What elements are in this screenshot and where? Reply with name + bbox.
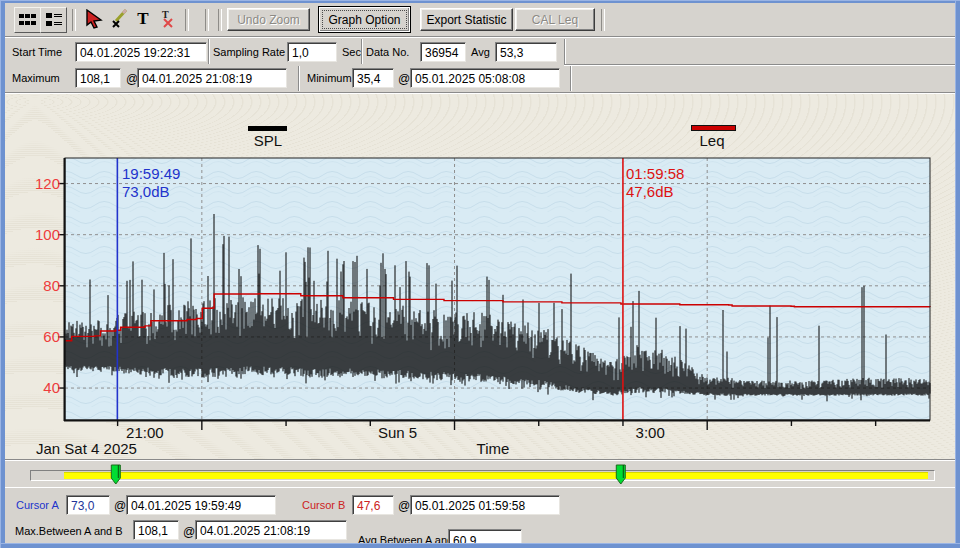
pencil-delete-icon xyxy=(110,9,130,29)
minimum-time-field[interactable] xyxy=(410,68,560,88)
export-statistic-button[interactable]: Export Statistic xyxy=(420,8,513,31)
divider xyxy=(298,66,300,91)
pencil-delete-tool-button[interactable] xyxy=(109,8,131,30)
pointer-tool-button[interactable] xyxy=(83,8,105,30)
graph-option-button[interactable]: Graph Option xyxy=(318,6,411,33)
divider xyxy=(564,64,960,66)
date-label: Jan Sat 4 2025 xyxy=(36,440,137,457)
cursor-b-time-field[interactable] xyxy=(410,495,560,515)
cursor-b-readout: 01:59:58 47,6dB xyxy=(626,165,684,201)
chart-plot[interactable] xyxy=(57,152,949,452)
cursor-a-readout: 19:59:49 73,0dB xyxy=(122,165,180,201)
undo-zoom-button[interactable]: Undo Zoom xyxy=(227,8,310,31)
results-panel: Cursor A @ Cursor B @ Max.Between A and … xyxy=(0,487,960,548)
at-symbol: @ xyxy=(114,499,126,513)
y-tick-label: 40 xyxy=(18,379,60,396)
leq-legend-label: Leq xyxy=(686,132,738,149)
toolbar-separator xyxy=(205,9,209,31)
cursor-a-time-field[interactable] xyxy=(126,495,276,515)
at-symbol: @ xyxy=(183,525,195,539)
sampling-rate-label: Sampling Rate xyxy=(213,46,285,58)
sampling-rate-unit: Sec xyxy=(342,46,361,58)
avg-label: Avg xyxy=(471,46,490,58)
slider-handle-a[interactable] xyxy=(111,465,120,484)
window-border-top xyxy=(0,0,960,3)
cursor-arrow-icon xyxy=(84,9,104,29)
info-panel: Start Time Sampling Rate Sec Data No. Av… xyxy=(0,37,960,94)
x-tick-label: 21:00 xyxy=(100,424,190,441)
cursor-a-value-field[interactable] xyxy=(66,495,110,515)
max-between-time-field[interactable] xyxy=(195,520,347,540)
window-border-bottom xyxy=(0,543,960,548)
y-tick-label: 60 xyxy=(18,328,60,345)
window-border-left xyxy=(0,0,5,548)
data-no-label: Data No. xyxy=(366,46,409,58)
toolbar-separator xyxy=(218,9,222,31)
start-time-field[interactable] xyxy=(75,42,207,62)
divider xyxy=(361,39,363,64)
slider-handle-b[interactable] xyxy=(616,465,625,484)
leq-legend-swatch xyxy=(691,125,736,131)
max-between-label: Max.Between A and B xyxy=(15,525,123,537)
toolbar-separator xyxy=(72,9,76,31)
minimum-value-field[interactable] xyxy=(352,68,394,88)
divider xyxy=(564,39,566,64)
cursor-a-label: Cursor A xyxy=(16,499,59,511)
x-axis-title: Time xyxy=(463,440,523,457)
tile-windows-icon xyxy=(19,13,37,27)
data-no-field[interactable] xyxy=(420,42,466,62)
maximum-time-field[interactable] xyxy=(137,68,287,88)
range-slider-zone xyxy=(0,459,960,488)
cal-leq-button[interactable]: CAL Leq xyxy=(515,8,595,31)
text-delete-icon: T xyxy=(157,9,177,29)
maximum-label: Maximum xyxy=(12,72,60,84)
slider-handles[interactable] xyxy=(0,460,960,488)
x-tick-label: Sun 5 xyxy=(353,424,443,441)
svg-text:T: T xyxy=(162,9,169,20)
at-symbol: @ xyxy=(398,499,410,513)
start-time-label: Start Time xyxy=(12,46,62,58)
view-summary-button[interactable] xyxy=(14,7,41,33)
focus-rectangle xyxy=(322,10,407,29)
minimum-label: Minimum xyxy=(307,72,352,84)
spl-legend-label: SPL xyxy=(242,132,294,149)
toolbar-separator xyxy=(601,9,605,31)
spl-legend-swatch xyxy=(248,126,287,131)
sampling-rate-field[interactable] xyxy=(287,42,337,62)
divider xyxy=(570,66,572,91)
list-view-icon xyxy=(45,12,63,28)
cursor-a-time: 19:59:49 xyxy=(122,165,180,183)
cursor-b-time: 01:59:58 xyxy=(626,165,684,183)
cursor-b-value-field[interactable] xyxy=(352,495,394,515)
text-tool-icon: T xyxy=(137,9,148,29)
y-tick-label: 100 xyxy=(18,226,60,243)
maximum-value-field[interactable] xyxy=(75,68,121,88)
text-tool-button[interactable]: T xyxy=(133,8,153,30)
y-tick-label: 120 xyxy=(18,175,60,192)
cursor-b-label: Cursor B xyxy=(302,499,345,511)
cursor-b-db: 47,6dB xyxy=(626,183,684,201)
cursor-a-db: 73,0dB xyxy=(122,183,180,201)
toolbar: T T Undo Zoom Graph Option Export Statis… xyxy=(0,0,960,37)
view-list-button[interactable] xyxy=(40,7,67,33)
toolbar-separator xyxy=(185,9,189,31)
y-tick-label: 80 xyxy=(18,277,60,294)
avg-field[interactable] xyxy=(495,42,557,62)
divider xyxy=(0,36,960,38)
x-tick-label: 3:00 xyxy=(605,424,695,441)
max-between-value-field[interactable] xyxy=(133,520,179,540)
text-delete-tool-button[interactable]: T xyxy=(156,8,178,30)
divider xyxy=(208,39,210,64)
chart-panel: SPL Leq 120100806040 21:00Sun 53:00 19:5… xyxy=(0,94,960,459)
window-border-right xyxy=(955,0,960,548)
at-symbol: @ xyxy=(398,72,410,86)
